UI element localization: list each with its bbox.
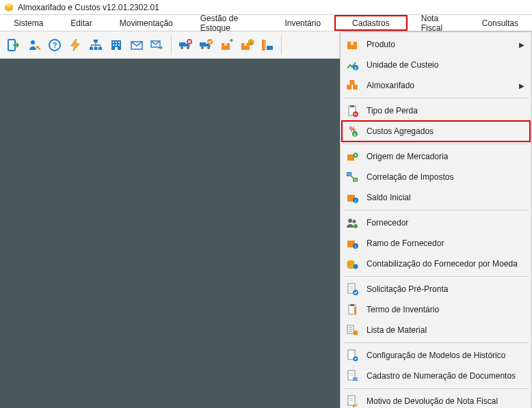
tool-lightning[interactable] xyxy=(66,36,85,55)
menu-editar[interactable]: Editar xyxy=(57,15,105,31)
svg-rect-9 xyxy=(90,47,93,50)
tool-truck-check[interactable] xyxy=(196,36,215,55)
menu-gestao-estoque[interactable]: Gestão de Estoque xyxy=(187,15,271,31)
cadastros-dropdown: Produto ▶ $ Unidade de Custeio Almoxarif… xyxy=(340,31,532,408)
dd-item-almoxarifado[interactable]: Almoxarifado ▶ xyxy=(342,75,530,96)
dd-label: Produto xyxy=(367,40,515,49)
dd-label: Motivo de Devolução de Nota Fiscal xyxy=(367,396,524,406)
svg-rect-42 xyxy=(347,85,351,90)
dd-item-termo-inventario[interactable]: Termo de Inventário xyxy=(342,299,530,320)
svg-rect-8 xyxy=(94,40,98,42)
svg-rect-37 xyxy=(267,46,273,50)
window-title: Almoxarifado e Custos v12.01.2302.01 xyxy=(18,3,159,12)
svg-rect-36 xyxy=(262,40,265,51)
dd-label: Fornecedor xyxy=(367,218,524,228)
menu-inventario[interactable]: Inventário xyxy=(271,15,334,31)
clipboard-ruler-icon xyxy=(345,302,360,317)
svg-point-28 xyxy=(207,46,210,49)
tool-building[interactable] xyxy=(107,36,126,55)
dd-label: Tipo de Perda xyxy=(367,106,524,115)
menu-consultas[interactable]: Consultas xyxy=(468,15,532,31)
menu-label: Nota Fiscal xyxy=(421,14,455,33)
dd-item-produto[interactable]: Produto ▶ xyxy=(342,34,530,55)
percent-link-icon: %% xyxy=(345,169,360,185)
svg-point-23 xyxy=(181,46,183,49)
dd-item-config-modelos-historico[interactable]: Configuração de Modelos de Histórico xyxy=(342,345,530,366)
svg-point-27 xyxy=(201,46,204,49)
menu-label: Inventário xyxy=(284,18,321,28)
svg-rect-14 xyxy=(116,42,117,43)
svg-point-71 xyxy=(354,264,358,269)
dd-item-lista-material[interactable]: Lista de Material xyxy=(342,320,530,340)
svg-rect-43 xyxy=(353,85,358,90)
dd-item-correlacao-impostos[interactable]: %% Correlação de Impostos xyxy=(342,167,530,187)
list-box-icon xyxy=(345,323,360,338)
menu-movimentacao[interactable]: Movimentação xyxy=(106,15,187,31)
toolbar-separator xyxy=(171,36,172,55)
svg-text:123: 123 xyxy=(353,377,358,381)
menu-label: Gestão de Estoque xyxy=(200,14,258,33)
menu-bar: Sistema Editar Movimentação Gestão de Es… xyxy=(0,15,532,31)
document-return-icon xyxy=(345,394,360,408)
tool-org-chart[interactable] xyxy=(86,36,105,55)
dd-label: Lista de Material xyxy=(367,325,524,335)
tool-truck-cancel[interactable] xyxy=(176,36,195,55)
boxes-icon xyxy=(345,78,360,93)
dd-item-contabilizacao-fornecedor-moeda[interactable]: Contabilização do Fornecedor por Moeda xyxy=(342,254,530,274)
dropdown-separator xyxy=(343,144,529,144)
svg-point-62 xyxy=(348,219,352,223)
dd-item-saldo-inicial[interactable]: i Saldo Inicial xyxy=(342,187,530,208)
tool-box-arrow[interactable] xyxy=(217,36,236,55)
dd-label: Cadastro de Numeração de Documentos xyxy=(367,371,524,381)
svg-rect-16 xyxy=(113,44,114,46)
svg-point-54 xyxy=(355,154,357,157)
dd-item-fornecedor[interactable]: Fornecedor xyxy=(342,213,530,233)
tool-help[interactable]: ? xyxy=(45,36,64,55)
dd-label: Almoxarifado xyxy=(367,81,515,90)
menu-label: Sistema xyxy=(14,18,43,28)
svg-rect-76 xyxy=(354,307,356,314)
app-icon xyxy=(4,3,14,12)
chart-dollar-icon: $ xyxy=(345,57,360,72)
dd-item-unidade-custeio[interactable]: $ Unidade de Custeio xyxy=(342,55,530,75)
svg-rect-17 xyxy=(116,44,117,46)
document-number-icon: 123 xyxy=(345,368,360,383)
menu-cadastros[interactable]: Cadastros xyxy=(334,15,408,31)
dd-item-custos-agregados[interactable]: %$ Custos Agregados xyxy=(342,121,530,141)
dd-item-ramo-fornecedor[interactable]: i Ramo de Fornecedor xyxy=(342,233,530,254)
tool-ruler[interactable] xyxy=(258,36,277,55)
tool-user-key[interactable] xyxy=(25,36,44,55)
menu-label: Cadastros xyxy=(352,18,390,28)
chevron-right-icon: ▶ xyxy=(519,41,524,49)
dd-label: Correlação de Impostos xyxy=(367,172,524,182)
tool-mail-forward[interactable] xyxy=(148,36,167,55)
dd-item-solicitacao-pre-pronta[interactable]: Solicitação Pré-Pronta xyxy=(342,279,530,299)
dd-label: Configuração de Modelos de Histórico xyxy=(367,351,524,360)
svg-rect-10 xyxy=(94,47,98,50)
tool-mail[interactable] xyxy=(127,36,146,55)
svg-rect-44 xyxy=(350,80,355,85)
dd-item-tipo-perda[interactable]: Tipo de Perda xyxy=(342,100,530,121)
svg-text:%: % xyxy=(354,178,357,182)
svg-rect-15 xyxy=(118,42,120,43)
svg-rect-52 xyxy=(347,154,354,161)
menu-nota-fiscal[interactable]: Nota Fiscal xyxy=(408,15,468,31)
svg-text:%: % xyxy=(347,172,351,176)
svg-text:i: i xyxy=(355,199,356,203)
svg-point-3 xyxy=(31,40,35,44)
menu-label: Movimentação xyxy=(120,18,173,28)
dd-label: Custos Agregados xyxy=(367,126,524,136)
dd-item-origem-mercadoria[interactable]: Origem de Mercadoria xyxy=(342,146,530,167)
dropdown-separator xyxy=(343,276,529,277)
menu-sistema[interactable]: Sistema xyxy=(0,15,57,31)
dd-item-motivo-devolucao-nf[interactable]: Motivo de Devolução de Nota Fiscal xyxy=(342,391,530,408)
tool-box-coin[interactable]: $ xyxy=(237,36,256,55)
tool-exit[interactable] xyxy=(4,36,23,55)
svg-marker-7 xyxy=(71,39,79,51)
svg-rect-48 xyxy=(354,113,357,114)
box-info-icon: i xyxy=(345,190,360,205)
svg-rect-13 xyxy=(113,42,114,43)
document-gear-icon xyxy=(345,348,360,363)
dd-item-cadastro-numeracao-docs[interactable]: 123 Cadastro de Numeração de Documentos xyxy=(342,366,530,386)
chevron-right-icon: ▶ xyxy=(519,82,524,90)
